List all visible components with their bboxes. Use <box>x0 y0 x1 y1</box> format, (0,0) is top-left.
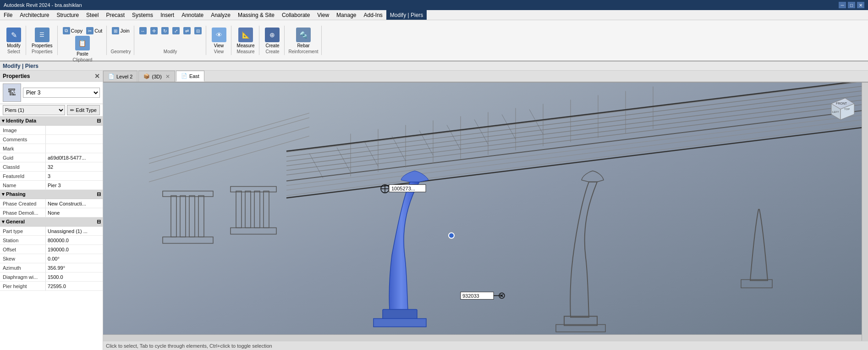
dimension-1005273: 1005273... <box>381 185 426 193</box>
prop-row-phase-demoli: Phase Demoli... None <box>0 208 103 217</box>
section-general[interactable]: ▾ General ⊟ <box>0 217 103 227</box>
ribbon-group-properties: ☰ Properties Properties <box>27 26 58 55</box>
status-bar: Click to select, Tab to cycle through el… <box>103 341 868 350</box>
ribbon-group-geometry: ⊞ Join Geometry <box>108 26 134 55</box>
section-phasing-collapse-icon: ⊟ <box>97 191 101 197</box>
prop-value-name[interactable]: Pier 3 <box>46 181 103 189</box>
viewport[interactable]: 1005273... 932033 <box>103 83 868 341</box>
menu-architecture[interactable]: Architecture <box>16 10 53 20</box>
svg-text:932033: 932033 <box>462 293 479 299</box>
prop-label-pier-height: Pier height <box>0 282 46 290</box>
ribbon-btn-scale[interactable]: ⤢ <box>171 27 181 35</box>
type-image: 🏗 <box>3 83 21 102</box>
prop-value-phase-created[interactable]: New Constructi... <box>46 199 103 208</box>
menu-manage[interactable]: Manage <box>333 10 360 20</box>
menu-file[interactable]: File <box>0 10 16 20</box>
menu-addins[interactable]: Add-Ins <box>360 10 386 20</box>
prop-value-image[interactable] <box>46 126 103 134</box>
edit-type-icon: ✏ <box>70 107 74 113</box>
geometry-row: ⊞ Join <box>110 27 131 35</box>
status-text: Click to select, Tab to cycle through el… <box>106 343 272 349</box>
prop-row-classid: ClassId 32 <box>0 162 103 172</box>
ribbon-btn-create[interactable]: ⊕ Create <box>263 27 281 49</box>
menu-insert[interactable]: Insert <box>157 10 178 20</box>
section-identity-data[interactable]: ▾ Identity Data ⊟ <box>0 117 103 126</box>
ribbon-btn-move[interactable]: ✛ <box>149 27 159 35</box>
ribbon-group-clipboard: ⧉ Copy ✂ Cut 📋 Paste Clipboard <box>59 26 107 55</box>
prop-value-azimuth[interactable]: 356.99° <box>46 263 103 272</box>
section-phasing[interactable]: ▾ Phasing ⊟ <box>0 190 103 199</box>
ribbon-btn-align[interactable]: ↔ <box>138 27 148 35</box>
clipboard-top-row: ⧉ Copy ✂ Cut <box>61 27 104 35</box>
prop-value-comments[interactable] <box>46 135 103 144</box>
ribbon-group-label-view: View <box>214 49 224 54</box>
menu-analyze[interactable]: Analyze <box>207 10 234 20</box>
prop-value-skew[interactable]: 0.00° <box>46 254 103 263</box>
menu-structure[interactable]: Structure <box>53 10 82 20</box>
ribbon-btn-measure[interactable]: 📐 Measure <box>235 27 257 49</box>
menu-massing[interactable]: Massing & Site <box>234 10 278 20</box>
viewport-area: 📄 Level 2 📦 (3D) ✕ 📄 East <box>103 71 868 350</box>
ribbon-content: ✎ Modify Select ☰ Properties Properties … <box>0 20 868 61</box>
properties-close-button[interactable]: ✕ <box>94 72 100 80</box>
menu-systems[interactable]: Systems <box>128 10 157 20</box>
viewport-scrollbar-horizontal[interactable] <box>103 334 862 341</box>
type-dropdown[interactable]: Pier 3 <box>23 88 100 98</box>
prop-value-offset[interactable]: 190000.0 <box>46 245 103 254</box>
ribbon-btn-properties[interactable]: ☰ Properties <box>30 27 55 49</box>
prop-label-azimuth: Azimuth <box>0 263 46 272</box>
rotate-icon: ↻ <box>161 27 169 34</box>
tab-east[interactable]: 📄 East <box>176 71 204 82</box>
ribbon-btn-rebar[interactable]: 🔩 Rebar <box>294 27 313 49</box>
prop-row-featureid: FeatureId 3 <box>0 172 103 181</box>
ribbon-btn-view[interactable]: 👁 View <box>210 27 228 49</box>
menu-annotate[interactable]: Annotate <box>178 10 207 20</box>
prop-value-part-type[interactable]: Unassigned (1) ... <box>46 227 103 235</box>
svg-text:1005273...: 1005273... <box>391 186 415 191</box>
ribbon-btn-copy[interactable]: ⧉ Copy <box>61 27 84 35</box>
ribbon-group-label-properties: Properties <box>32 49 53 54</box>
menu-modify-piers[interactable]: Modify | Piers <box>386 10 427 20</box>
prop-value-pier-height[interactable]: 72595.0 <box>46 282 103 290</box>
tab-level2[interactable]: 📄 Level 2 <box>103 71 137 82</box>
prop-value-diaphragm[interactable]: 1500.0 <box>46 272 103 281</box>
copy-label: Copy <box>71 28 83 33</box>
section-general-collapse-icon: ⊟ <box>97 219 101 225</box>
ribbon-btn-modify[interactable]: ✎ Modify <box>5 27 23 49</box>
prop-value-station[interactable]: 800000.0 <box>46 236 103 244</box>
ribbon-btn-paste[interactable]: 📋 Paste <box>73 35 92 57</box>
properties-panel: Properties ✕ 🏗 Pier 3 Piers (1) ✏ Edit T… <box>0 71 103 350</box>
prop-row-part-type: Part type Unassigned (1) ... <box>0 227 103 236</box>
instance-select[interactable]: Piers (1) <box>3 105 65 115</box>
prop-row-mark: Mark <box>0 144 103 153</box>
nav-cube[interactable]: FRONT LEFT TOP <box>822 90 859 127</box>
menu-collaborate[interactable]: Collaborate <box>278 10 313 20</box>
cut-icon: ✂ <box>86 27 93 34</box>
prop-value-classid: 32 <box>46 162 103 171</box>
edit-type-button[interactable]: ✏ Edit Type <box>67 105 100 115</box>
title-bar: Autodesk Revit 2024 - bra.ashiklan ─ □ ✕ <box>0 0 868 10</box>
menu-view[interactable]: View <box>313 10 333 20</box>
menu-steel[interactable]: Steel <box>82 10 102 20</box>
menu-precast[interactable]: Precast <box>102 10 128 20</box>
create-icon: ⊕ <box>265 28 280 42</box>
ribbon-btn-cut[interactable]: ✂ Cut <box>85 27 104 35</box>
close-button[interactable]: ✕ <box>857 2 864 8</box>
prop-label-comments: Comments <box>0 135 46 144</box>
tab-level2-label: Level 2 <box>116 74 132 79</box>
ribbon-btn-mirror[interactable]: ⇌ <box>182 27 192 35</box>
viewport-scrollbar-vertical[interactable] <box>862 83 868 341</box>
ribbon-group-modify: ↔ ✛ ↻ ⤢ ⇌ ⊟ Modify <box>135 26 206 55</box>
prop-row-skew: Skew 0.00° <box>0 254 103 263</box>
prop-value-mark[interactable] <box>46 144 103 153</box>
ribbon-btn-join[interactable]: ⊞ Join <box>110 27 131 35</box>
selection-indicator <box>449 233 454 239</box>
minimize-button[interactable]: ─ <box>839 2 846 8</box>
ribbon-btn-array[interactable]: ⊟ <box>193 27 203 35</box>
prop-label-image: Image <box>0 126 46 134</box>
ribbon-btn-rotate[interactable]: ↻ <box>160 27 170 35</box>
tab-3d-close[interactable]: ✕ <box>165 73 170 80</box>
prop-value-phase-demoli[interactable]: None <box>46 208 103 217</box>
tab-3d[interactable]: 📦 (3D) ✕ <box>138 71 175 82</box>
maximize-button[interactable]: □ <box>848 2 855 8</box>
